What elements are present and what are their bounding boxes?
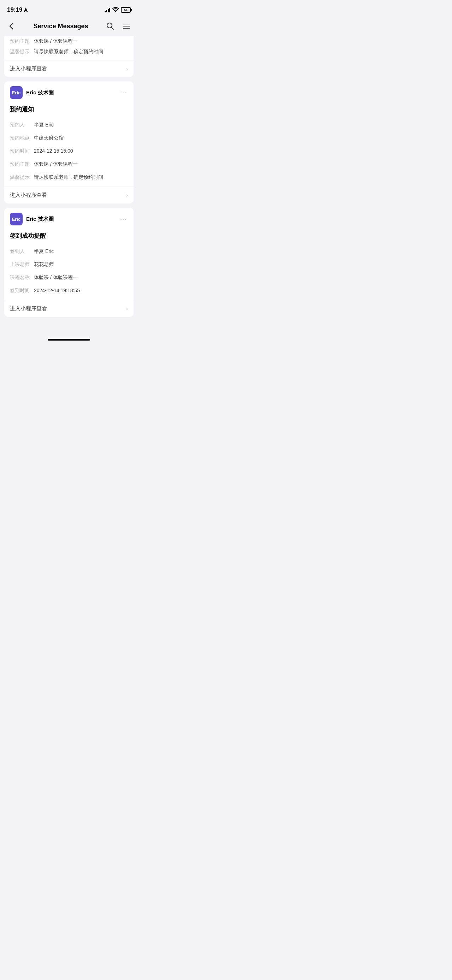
card1-field-4: 温馨提示 请尽快联系老师，确定预约时间 [10,171,128,184]
card2-body: 签到成功提醒 签到人 半夏 Eric 上课老师 花花老师 课程名称 体验课 / … [4,229,134,297]
card2-label-0: 签到人 [10,248,34,255]
card1-value-4: 请尽快联系老师，确定预约时间 [34,173,128,181]
card2-value-3: 2024-12-14 19:18:55 [34,287,128,294]
card1-label-3: 预约主题 [10,161,34,168]
card1-label-4: 温馨提示 [10,173,34,181]
card-booking-notice: Eric Eric 技术圈 ··· 预约通知 预约人 半夏 Eric 预约地点 … [4,81,134,204]
card2-field-2: 课程名称 体验课 / 体验课程一 [10,271,128,284]
card2-field-3: 签到时间 2024-12-14 19:18:55 [10,284,128,297]
card1-field-1: 预约地点 中建天府公馆 [10,131,128,145]
card2-value-1: 花花老师 [34,261,128,268]
card2-service-name: Eric 技术圈 [26,216,54,223]
card2-more-button[interactable]: ··· [119,214,128,224]
partial-card-footer[interactable]: 进入小程序查看 › [4,60,134,77]
nav-bar: Service Messages [0,18,138,36]
partial-footer-link: 进入小程序查看 [10,65,47,72]
card1-value-3: 体验课 / 体验课程一 [34,161,128,168]
card1-field-2: 预约时间 2024-12-15 15:00 [10,145,128,158]
card2-header-left: Eric Eric 技术圈 [10,213,54,225]
card2-footer-arrow-icon: › [126,305,128,312]
scroll-content: 预约主题 体验课 / 体验课程一 温馨提示 请尽快联系老师，确定预约时间 进入小… [0,36,138,335]
partial-footer-arrow-icon: › [126,66,128,72]
partial-card: 预约主题 体验课 / 体验课程一 温馨提示 请尽快联系老师，确定预约时间 进入小… [4,36,134,77]
nav-actions [105,21,132,32]
card2-label-2: 课程名称 [10,274,34,281]
card1-value-2: 2024-12-15 15:00 [34,147,128,155]
status-bar: 19:19 51 [0,0,138,18]
home-indicator [0,335,138,344]
card1-more-button[interactable]: ··· [119,88,128,98]
card1-footer[interactable]: 进入小程序查看 › [4,187,134,204]
battery-icon: 51 [121,7,131,13]
card1-label-2: 预约时间 [10,147,34,155]
status-icons: 51 [105,7,131,13]
wifi-icon [112,7,119,13]
card2-header: Eric Eric 技术圈 ··· [4,208,134,229]
card2-footer-link: 进入小程序查看 [10,305,47,312]
card2-label-3: 签到时间 [10,287,34,294]
card1-body: 预约通知 预约人 半夏 Eric 预约地点 中建天府公馆 预约时间 2024-1… [4,102,134,184]
card2-footer[interactable]: 进入小程序查看 › [4,300,134,317]
card1-header: Eric Eric 技术圈 ··· [4,81,134,102]
card2-value-0: 半夏 Eric [34,248,128,255]
menu-button[interactable] [121,21,132,32]
card1-avatar: Eric [10,86,22,99]
page-title: Service Messages [17,22,105,30]
card1-label-0: 预约人 [10,121,34,129]
partial-label-2: 温馨提示 [10,49,34,55]
card1-value-0: 半夏 Eric [34,121,128,129]
card-checkin-notice: Eric Eric 技术圈 ··· 签到成功提醒 签到人 半夏 Eric 上课老… [4,208,134,317]
status-time: 19:19 [7,6,28,13]
card2-label-1: 上课老师 [10,261,34,268]
partial-row-1: 预约主题 体验课 / 体验课程一 [4,36,134,47]
partial-label-1: 预约主题 [10,38,34,45]
card2-field-1: 上课老师 花花老师 [10,258,128,271]
location-icon [24,8,28,13]
back-button[interactable] [6,21,17,32]
card1-footer-link: 进入小程序查看 [10,192,47,199]
card1-footer-arrow-icon: › [126,192,128,199]
card2-value-2: 体验课 / 体验课程一 [34,274,128,281]
card1-field-0: 预约人 半夏 Eric [10,118,128,131]
card1-label-1: 预约地点 [10,134,34,142]
partial-row-2: 温馨提示 请尽快联系老师，确定预约时间 [4,47,134,57]
partial-value-1: 体验课 / 体验课程一 [34,38,128,45]
svg-line-1 [112,27,114,30]
card1-service-name: Eric 技术圈 [26,89,54,96]
signal-icon [105,8,111,13]
partial-value-2: 请尽快联系老师，确定预约时间 [34,49,128,55]
card1-header-left: Eric Eric 技术圈 [10,86,54,99]
card1-value-1: 中建天府公馆 [34,134,128,142]
card2-avatar: Eric [10,213,22,225]
card1-message-title: 预约通知 [10,102,128,118]
card1-field-3: 预约主题 体验课 / 体验课程一 [10,158,128,171]
card2-field-0: 签到人 半夏 Eric [10,245,128,258]
card2-message-title: 签到成功提醒 [10,229,128,245]
search-button[interactable] [105,21,116,32]
home-bar [48,339,90,340]
